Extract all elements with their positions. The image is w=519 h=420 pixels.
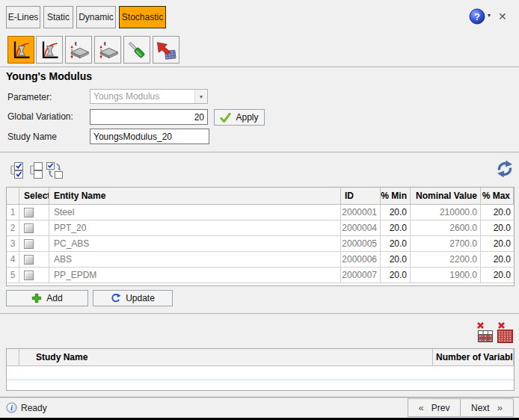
max-cell[interactable]: 20.0 [481,205,514,220]
row-checkbox[interactable] [24,271,34,280]
max-cell[interactable]: 20.0 [481,236,514,251]
global-variation-label: Global Variation: [7,111,73,122]
parameter-value: Youngs Modulus [90,91,194,102]
min-cell[interactable]: 20.0 [381,205,411,220]
delete-all-studies-button[interactable] [496,321,514,344]
study-name-label: Study Name [7,132,57,142]
nominal-cell: 210000.0 [411,205,481,220]
row-number: 3 [7,236,19,251]
row-number: 2 [7,220,19,235]
help-dropdown-caret[interactable]: ▾ [488,12,491,19]
parameter-select[interactable]: Youngs Modulus ▾ [90,89,208,104]
uncheck-all-icon [27,161,45,179]
entity-name-cell: ABS [49,252,341,267]
separator [0,67,519,67]
nominal-cell: 2700.0 [411,236,481,251]
row-checkbox[interactable] [24,223,34,233]
toolbar-button-gauge-thickness[interactable]: t [94,36,121,64]
combo-arrow-icon[interactable]: ▾ [194,90,207,103]
toolbar-button-export-results[interactable] [153,36,179,64]
id-cell: 2000004 [341,220,381,235]
study-name-input[interactable] [90,129,209,144]
update-icon [111,293,121,303]
nominal-cell: 1900.0 [411,268,481,282]
table-row[interactable]: 2 PPT_20 2000004 20.0 2600.0 20.0 [7,220,514,236]
header-entity-name: Entity Name [49,188,341,204]
header-select: Select [19,188,49,204]
max-cell[interactable]: 20.0 [481,268,514,282]
nominal-cell: 2600.0 [411,220,481,235]
select-cell [19,252,49,267]
next-label: Next [471,403,490,413]
update-button[interactable]: Update [93,290,173,306]
prev-button[interactable]: « Prev [408,398,461,417]
add-label: Add [46,293,62,303]
min-cell[interactable]: 20.0 [381,268,411,282]
delete-all-studies-icon [496,321,514,344]
next-button[interactable]: Next » [460,398,514,417]
apply-button[interactable]: Apply [214,109,265,126]
table-row[interactable]: 1 Steel 2000001 20.0 210000.0 20.0 [7,205,514,220]
id-cell: 2000001 [341,205,381,220]
caret-icon: ▾ [488,12,491,19]
svg-text:t: t [104,39,106,46]
parameter-label: Parameter: [7,92,52,102]
select-cell [19,220,49,235]
max-cell[interactable]: 20.0 [481,252,514,267]
header-nominal: Nominal Value [411,188,481,204]
toolbar-button-youngs-modulus[interactable] [7,36,34,64]
max-cell[interactable]: 20.0 [481,220,514,235]
table-row[interactable]: 5 PP_EPDM 2000007 20.0 1900.0 20.0 [7,268,514,283]
nominal-cell: 2200.0 [411,252,481,267]
apply-label: Apply [236,112,258,123]
min-cell[interactable]: 20.0 [381,220,411,235]
header-id: ID [341,188,381,204]
table-row[interactable]: 4 ABS 2000006 20.0 2200.0 20.0 [7,252,514,268]
tab-e-lines-label: E-Lines [8,12,39,22]
row-number: 5 [7,268,19,282]
entity-name-cell: PPT_20 [49,220,341,235]
toolbar-button-youngs-modulus-alt[interactable] [36,36,63,64]
double-chevron-left-icon: « [419,402,424,413]
tab-stochastic-label: Stochastic [122,12,163,22]
toolbar-button-tool[interactable] [123,36,150,64]
tab-static[interactable]: Static [43,6,73,28]
statusbar-separator [0,397,519,398]
help-button[interactable]: ? [469,8,485,25]
check-all-icon [7,161,25,179]
global-variation-input[interactable] [90,109,208,125]
table-row[interactable]: 3 PC_ABS 2000005 20.0 2700.0 20.0 [7,236,514,252]
svg-text:?: ? [474,11,480,22]
tab-stochastic[interactable]: Stochastic [119,6,166,28]
select-cell [19,205,49,220]
close-icon: ✕ [498,10,507,22]
tab-e-lines[interactable]: E-Lines [6,6,40,28]
screwdriver-icon [125,38,149,62]
row-checkbox[interactable] [24,239,34,249]
tab-dynamic-label: Dynamic [79,12,114,22]
info-icon: i [6,402,17,413]
refresh-button[interactable] [495,159,515,179]
close-button[interactable]: ✕ [498,11,507,22]
delete-study-button[interactable] [476,321,494,344]
study-table-body[interactable] [7,366,514,390]
min-cell[interactable]: 20.0 [381,236,411,251]
entity-table-header: Select Entity Name ID % Min Nominal Valu… [7,188,514,205]
update-label: Update [126,293,155,303]
tab-dynamic[interactable]: Dynamic [76,6,116,28]
toolbar-button-thickness[interactable]: t [65,36,92,64]
double-chevron-right-icon: » [497,402,503,413]
row-checkbox[interactable] [24,208,34,217]
select-cell [19,268,49,282]
invert-selection-button[interactable] [46,161,64,179]
add-button[interactable]: Add [6,290,88,306]
export-results-icon [154,38,178,62]
header-row-number [7,188,19,204]
check-all-button[interactable] [7,161,25,179]
row-checkbox[interactable] [24,255,34,265]
id-cell: 2000006 [341,252,381,267]
uncheck-all-button[interactable] [27,161,45,179]
chevron-down-icon: ▾ [200,93,203,100]
min-cell[interactable]: 20.0 [381,252,411,267]
thickness-icon: t [67,38,90,62]
